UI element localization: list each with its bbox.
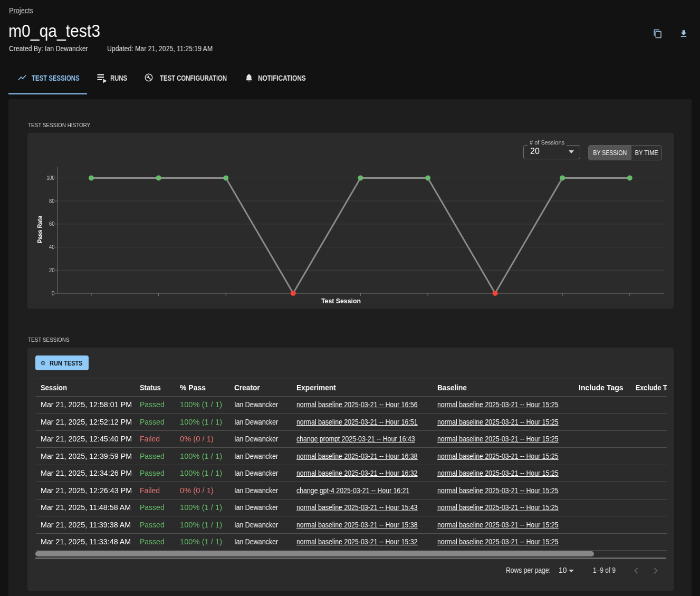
svg-text:20: 20 [49, 267, 55, 273]
svg-text:Test Session: Test Session [321, 297, 361, 305]
svg-text:80: 80 [49, 198, 55, 204]
svg-text:Pass Rate: Pass Rate [36, 216, 44, 243]
svg-text:60: 60 [49, 220, 55, 227]
svg-text:40: 40 [49, 244, 55, 250]
svg-text:100: 100 [47, 175, 55, 181]
svg-text:0: 0 [52, 290, 55, 296]
